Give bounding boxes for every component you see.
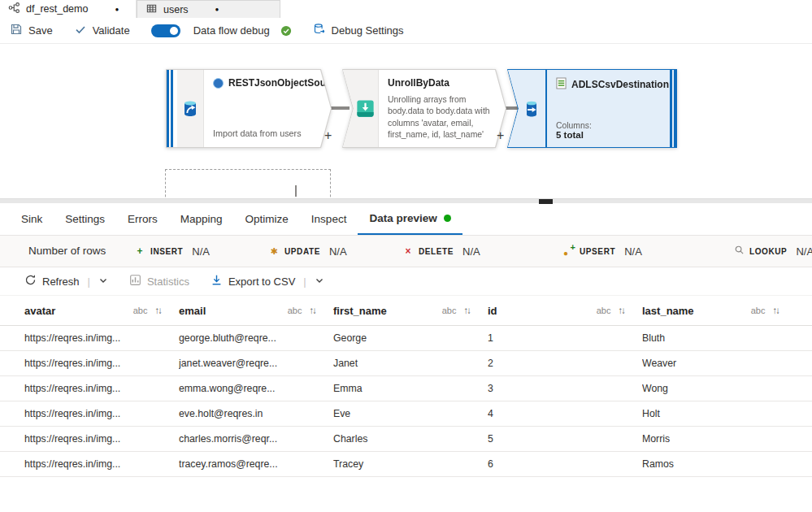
table-grid-icon	[145, 2, 158, 17]
column-header-last-name[interactable]: last_name abc ↑↓	[642, 305, 797, 317]
debug-toggle-label: Data flow debug	[193, 24, 270, 37]
csv-file-icon	[556, 77, 567, 92]
row-stats-bar: Number of rows + INSERT N/A ✱ UPDATE N/A…	[0, 235, 812, 267]
tab-sink[interactable]: Sink	[10, 203, 54, 235]
type-abc-label: abc	[442, 306, 457, 315]
sink-dataset-icon	[508, 70, 547, 147]
check-icon	[74, 23, 87, 38]
tab-inspect[interactable]: Inspect	[300, 203, 358, 235]
insert-plus-icon: +	[134, 246, 145, 256]
rows-label: Number of rows	[28, 236, 106, 267]
data-factory-dataflow-page: df_rest_demo ● users ● Save	[0, 0, 812, 512]
divider: |	[303, 276, 306, 288]
dataflow-icon	[8, 2, 20, 16]
column-header-id[interactable]: id abc ↑↓	[488, 305, 642, 317]
new-node-placeholder	[165, 169, 331, 198]
debug-settings-button[interactable]: Debug Settings	[313, 23, 404, 38]
sink-title: ADLSCsvDestination	[571, 79, 669, 90]
column-header-avatar[interactable]: avatar abc ↑↓	[24, 305, 179, 317]
debug-ready-check-icon	[280, 25, 292, 37]
statistics-button[interactable]: Statistics	[129, 274, 189, 289]
debug-settings-label: Debug Settings	[332, 24, 404, 37]
debug-settings-icon	[313, 23, 326, 38]
table-row: https://reqres.in/img... tracey.ramos@re…	[0, 452, 812, 477]
delete-x-icon: ×	[402, 246, 414, 256]
validate-label: Validate	[93, 24, 130, 37]
export-chevron-icon[interactable]	[315, 276, 324, 288]
statistics-label: Statistics	[147, 276, 189, 288]
download-icon	[211, 274, 223, 289]
document-tab-bar: df_rest_demo ● users ●	[0, 0, 812, 18]
sort-icon[interactable]: ↑↓	[155, 306, 162, 315]
flatten-icon	[343, 70, 379, 147]
node-source[interactable]: RESTJsonObjectSource Import data from us…	[166, 69, 332, 148]
column-header-email[interactable]: email abc ↑↓	[179, 305, 333, 317]
stat-update: ✱ UPDATE N/A	[268, 236, 347, 267]
type-abc-label: abc	[133, 306, 148, 315]
unsaved-dot-icon: ●	[215, 6, 219, 13]
text-caret	[295, 185, 297, 197]
stat-delete: × DELETE N/A	[402, 236, 480, 267]
stat-upsert: ●+ UPSERT N/A	[563, 236, 642, 267]
node-sink-selected[interactable]: ADLSCsvDestination Columns: 5 total	[507, 69, 677, 148]
save-label: Save	[28, 24, 53, 37]
dataflow-canvas[interactable]: RESTJsonObjectSource Import data from us…	[0, 44, 812, 198]
stat-lookup: LOOKUP N/A	[734, 236, 812, 267]
column-header-first-name[interactable]: first_name abc ↑↓	[333, 305, 488, 317]
table-row: https://reqres.in/img... george.bluth@re…	[0, 326, 812, 351]
source-stripe	[167, 70, 173, 147]
rest-badge-icon	[213, 78, 224, 89]
source-title: RESTJsonObjectSource	[228, 77, 341, 89]
toggle-on-switch[interactable]	[151, 24, 180, 37]
tab-errors[interactable]: Errors	[116, 203, 169, 235]
tab-label: df_rest_demo	[26, 3, 88, 15]
add-transform-button[interactable]: +	[324, 128, 332, 143]
transform-description: Unrolling arrays from body.data to body.…	[388, 94, 493, 141]
tab-mapping[interactable]: Mapping	[169, 203, 234, 235]
tab-users[interactable]: users ●	[137, 0, 280, 18]
splitter-handle[interactable]	[539, 199, 553, 204]
stat-insert: + INSERT N/A	[134, 236, 210, 267]
update-asterisk-icon: ✱	[268, 247, 280, 256]
source-dataset-icon	[177, 70, 204, 147]
tab-settings[interactable]: Settings	[54, 203, 116, 235]
upsert-icon: ●+	[563, 245, 575, 257]
preview-ready-dot-icon	[444, 215, 451, 222]
save-icon	[10, 23, 23, 38]
tab-df-rest-demo[interactable]: df_rest_demo ●	[0, 0, 137, 18]
add-transform-button[interactable]: +	[497, 128, 504, 143]
node-transform[interactable]: UnrollByData Unrolling arrays from body.…	[342, 69, 506, 148]
refresh-button[interactable]: Refresh	[24, 274, 80, 289]
lookup-magnifier-icon	[734, 244, 745, 258]
sort-icon[interactable]: ↑↓	[464, 306, 471, 315]
sink-columns-label: Columns:	[556, 121, 657, 130]
transform-title: UnrollByData	[388, 77, 449, 89]
preview-table-header: avatar abc ↑↓ email abc ↑↓ first_name ab…	[0, 295, 812, 326]
divider: |	[88, 276, 90, 288]
table-row: https://reqres.in/img... charles.morris@…	[0, 427, 812, 452]
sort-icon[interactable]: ↑↓	[619, 306, 625, 315]
panel-tab-bar: Sink Settings Errors Mapping Optimize In…	[0, 203, 812, 235]
sink-stripe	[670, 70, 676, 147]
dataflow-debug-toggle[interactable]: Data flow debug	[151, 24, 292, 37]
table-row: https://reqres.in/img... janet.weaver@re…	[0, 351, 812, 376]
sort-icon[interactable]: ↑↓	[310, 306, 316, 315]
tab-data-preview[interactable]: Data preview	[358, 203, 462, 235]
save-button[interactable]: Save	[10, 23, 53, 38]
table-row: https://reqres.in/img... emma.wong@reqre…	[0, 376, 812, 401]
type-abc-label: abc	[751, 306, 766, 315]
validate-button[interactable]: Validate	[74, 23, 130, 38]
statistics-icon	[129, 274, 141, 289]
tab-optimize[interactable]: Optimize	[234, 203, 300, 235]
sort-icon[interactable]: ↑↓	[773, 306, 779, 315]
refresh-label: Refresh	[42, 276, 80, 288]
export-csv-button[interactable]: Export to CSV	[211, 274, 295, 289]
export-label: Export to CSV	[228, 276, 295, 288]
source-description: Import data from users	[213, 128, 318, 142]
command-toolbar: Save Validate Data flow debug	[0, 18, 812, 44]
table-row: https://reqres.in/img... eve.holt@reqres…	[0, 401, 812, 427]
panel-splitter[interactable]	[0, 198, 812, 203]
refresh-icon	[24, 274, 37, 289]
unsaved-dot-icon: ●	[115, 6, 119, 13]
refresh-chevron-icon[interactable]	[98, 276, 108, 288]
